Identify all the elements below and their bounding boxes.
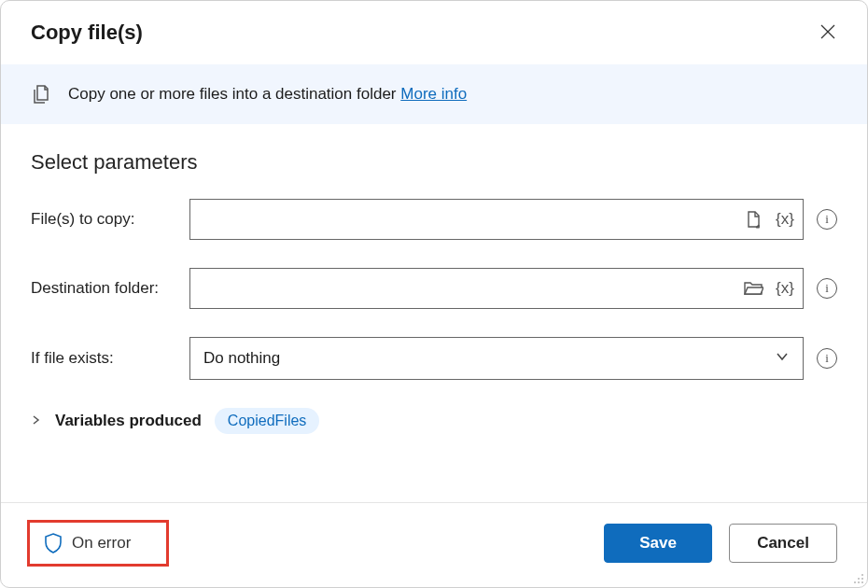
more-info-link[interactable]: More info	[400, 85, 467, 103]
save-button[interactable]: Save	[604, 524, 712, 563]
row-destination-folder: Destination folder: {x} i	[31, 268, 837, 309]
insert-variable-icon[interactable]: {x}	[773, 207, 797, 231]
copy-files-icon	[31, 83, 53, 105]
label-if-file-exists: If file exists:	[31, 349, 189, 368]
info-text-content: Copy one or more files into a destinatio…	[68, 85, 400, 103]
variables-produced-label: Variables produced	[55, 412, 202, 430]
close-icon	[820, 24, 835, 42]
info-icon-files[interactable]: i	[817, 209, 837, 230]
select-value: Do nothing	[203, 349, 280, 368]
shield-icon	[44, 533, 63, 553]
dialog-title: Copy file(s)	[31, 21, 143, 45]
content-area: Select parameters File(s) to copy: {x}	[1, 124, 867, 502]
titlebar: Copy file(s)	[1, 1, 867, 64]
info-icon-if-exists[interactable]: i	[817, 348, 837, 369]
info-bar: Copy one or more files into a destinatio…	[1, 64, 867, 124]
select-if-file-exists[interactable]: Do nothing	[189, 337, 804, 380]
section-heading: Select parameters	[31, 150, 837, 175]
select-file-icon[interactable]	[741, 207, 765, 231]
input-files-to-copy[interactable]	[202, 200, 741, 239]
info-icon-destination[interactable]: i	[817, 278, 837, 299]
insert-variable-icon[interactable]: {x}	[773, 276, 797, 301]
label-destination-folder: Destination folder:	[31, 279, 189, 298]
browse-folder-icon[interactable]	[741, 276, 765, 301]
on-error-button[interactable]: On error	[31, 524, 144, 563]
close-button[interactable]	[813, 18, 843, 48]
cancel-button[interactable]: Cancel	[729, 524, 837, 563]
footer: On error Save Cancel	[1, 502, 867, 587]
info-text: Copy one or more files into a destinatio…	[68, 85, 467, 104]
input-destination-folder[interactable]	[202, 269, 741, 308]
input-destination-shell: {x}	[189, 268, 804, 309]
row-if-file-exists: If file exists: Do nothing i	[31, 337, 837, 380]
row-files-to-copy: File(s) to copy: {x} i	[31, 199, 837, 240]
variable-pill[interactable]: CopiedFiles	[215, 408, 319, 434]
chevron-right-icon[interactable]	[31, 412, 42, 430]
copy-files-dialog: Copy file(s) Copy one or more files into…	[0, 0, 868, 588]
chevron-down-icon	[775, 349, 790, 368]
input-files-to-copy-shell: {x}	[189, 199, 804, 240]
on-error-label: On error	[72, 534, 131, 553]
label-files-to-copy: File(s) to copy:	[31, 210, 189, 229]
resize-grip[interactable]	[849, 569, 864, 584]
variables-produced-row: Variables produced CopiedFiles	[31, 408, 837, 434]
